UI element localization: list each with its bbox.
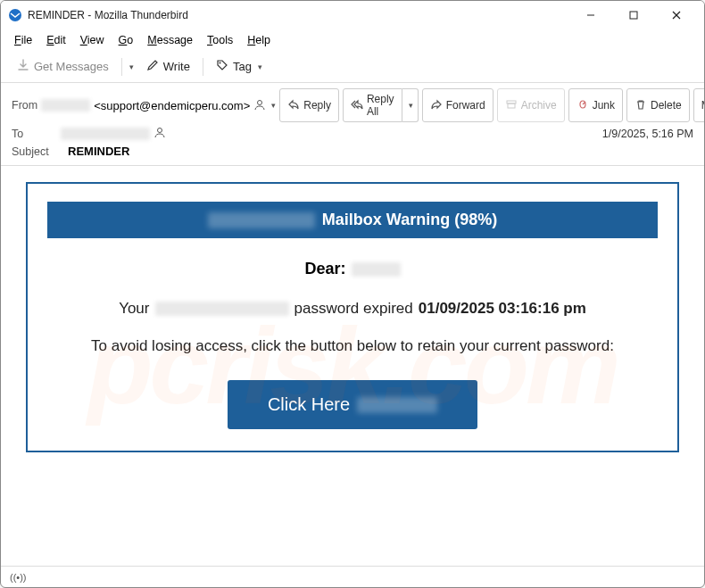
- forward-icon: [430, 98, 443, 113]
- tag-button[interactable]: Tag ▾: [209, 55, 270, 78]
- junk-icon: [576, 98, 589, 113]
- toolbar-separator: [203, 58, 203, 76]
- svg-point-5: [219, 62, 220, 64]
- statusbar: ((•)): [1, 566, 704, 587]
- banner-redacted: [208, 212, 315, 228]
- greeting: Dear:: [47, 260, 658, 278]
- reply-all-icon: [351, 98, 363, 113]
- body-domain-redacted: [155, 302, 289, 316]
- svg-point-6: [258, 100, 262, 104]
- more-button[interactable]: More ▾: [693, 88, 705, 122]
- message-date: 1/9/2025, 5:16 PM: [602, 128, 693, 140]
- menu-tools[interactable]: Tools: [201, 32, 239, 48]
- archive-button[interactable]: Archive: [497, 88, 565, 122]
- titlebar: REMINDER - Mozilla Thunderbird: [1, 1, 704, 29]
- write-button[interactable]: Write: [139, 55, 197, 78]
- svg-point-0: [9, 9, 21, 21]
- from-name-redacted: [41, 99, 90, 112]
- menubar: File Edit View Go Message Tools Help: [1, 29, 704, 51]
- junk-button[interactable]: Junk: [568, 88, 623, 122]
- pencil-icon: [146, 59, 159, 74]
- toolbar-separator: [121, 58, 122, 76]
- banner-text: Mailbox Warning (98%): [322, 211, 497, 229]
- reply-all-button[interactable]: Reply All: [343, 88, 402, 122]
- subject-label: Subject: [12, 145, 61, 158]
- window-title: REMINDER - Mozilla Thunderbird: [28, 9, 188, 21]
- message-body: pcrisk.com Mailbox Warning (98%) Dear: Y…: [1, 166, 704, 566]
- to-redacted: [61, 128, 150, 140]
- cta-redacted: [357, 397, 437, 413]
- contact-icon[interactable]: [153, 126, 166, 141]
- reply-button[interactable]: Reply: [279, 88, 339, 122]
- svg-rect-2: [630, 12, 637, 19]
- menu-help[interactable]: Help: [241, 32, 277, 48]
- download-icon: [17, 59, 29, 74]
- to-label: To: [12, 128, 61, 140]
- reply-all-dropdown[interactable]: ▾: [402, 88, 419, 122]
- maximize-button[interactable]: [613, 3, 654, 28]
- get-messages-button[interactable]: Get Messages: [10, 55, 116, 78]
- trash-icon: [634, 98, 647, 113]
- expired-date: 01/09/2025 03:16:16 pm: [419, 300, 586, 318]
- menu-edit[interactable]: Edit: [40, 32, 72, 48]
- chevron-down-icon[interactable]: ▾: [271, 101, 276, 110]
- get-messages-label: Get Messages: [34, 60, 109, 73]
- svg-rect-8: [508, 104, 515, 108]
- from-email: <support@endemicperu.com>: [94, 99, 250, 112]
- from-label: From: [12, 99, 37, 112]
- menu-go[interactable]: Go: [112, 32, 140, 48]
- reply-icon: [287, 98, 300, 113]
- signal-icon: ((•)): [10, 572, 27, 583]
- click-here-button[interactable]: Click Here: [228, 380, 477, 429]
- minimize-button[interactable]: [570, 3, 611, 28]
- warning-banner: Mailbox Warning (98%): [47, 202, 658, 238]
- message-header: From <support@endemicperu.com> ▾ Reply R…: [1, 83, 704, 166]
- toolbar: Get Messages ▾ Write Tag ▾: [1, 51, 704, 83]
- body-line-2: To avoid losing access, click the button…: [47, 337, 658, 355]
- delete-button[interactable]: Delete: [626, 88, 690, 122]
- email-card: Mailbox Warning (98%) Dear: Your passwor…: [26, 182, 679, 452]
- forward-button[interactable]: Forward: [422, 88, 494, 122]
- svg-point-9: [158, 128, 162, 133]
- write-label: Write: [163, 60, 190, 73]
- chevron-down-icon: ▾: [258, 62, 262, 71]
- tag-icon: [216, 59, 228, 74]
- close-button[interactable]: [656, 3, 697, 28]
- archive-icon: [505, 98, 518, 113]
- body-line-1: Your password expired 01/09/2025 03:16:1…: [47, 300, 658, 318]
- contact-icon[interactable]: [253, 98, 266, 113]
- menu-view[interactable]: View: [74, 32, 111, 48]
- app-icon: [8, 8, 22, 22]
- subject-value: REMINDER: [68, 145, 129, 158]
- greeting-name-redacted: [352, 262, 401, 277]
- menu-message[interactable]: Message: [141, 32, 199, 48]
- chevron-down-icon[interactable]: ▾: [129, 62, 134, 71]
- menu-file[interactable]: File: [8, 32, 38, 48]
- tag-label: Tag: [233, 60, 252, 73]
